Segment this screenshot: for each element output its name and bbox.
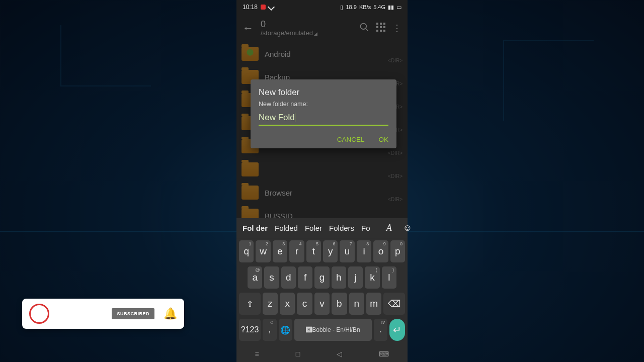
key[interactable]: m: [366, 293, 381, 315]
key[interactable]: e3: [273, 240, 287, 262]
key[interactable]: b: [332, 293, 347, 315]
key[interactable]: p0: [390, 240, 405, 262]
key[interactable]: q1: [239, 240, 254, 262]
key[interactable]: a@: [248, 266, 262, 289]
svg-rect-5: [376, 26, 378, 28]
key[interactable]: v: [314, 293, 330, 315]
shift-key[interactable]: ⇧: [239, 293, 261, 315]
edit-icon: [268, 4, 275, 11]
dialog-title: New folder: [259, 87, 388, 98]
subscribe-button[interactable]: SUBSCRIBED: [112, 308, 154, 319]
suggestion[interactable]: Folded: [275, 224, 298, 232]
key[interactable]: f: [298, 266, 312, 289]
svg-rect-2: [376, 23, 378, 25]
net-type: 5.4G: [373, 4, 385, 10]
suggestion-bar: Fol der Folded Foler Folders Fo A ☺: [236, 218, 408, 238]
suggestion[interactable]: Fol der: [243, 224, 268, 232]
key[interactable]: n: [349, 293, 364, 315]
search-icon[interactable]: [359, 22, 369, 35]
key[interactable]: w2: [256, 240, 270, 262]
key[interactable]: c: [297, 293, 312, 315]
key[interactable]: t5: [306, 240, 321, 262]
key[interactable]: d: [281, 266, 296, 289]
nav-bar: ≡ □ ◁ ⌨: [236, 346, 408, 362]
more-icon[interactable]: ⋮: [392, 23, 401, 34]
folder-icon: [242, 162, 259, 176]
comma-key[interactable]: ,☺: [263, 319, 277, 341]
key[interactable]: o9: [373, 240, 388, 262]
svg-rect-7: [383, 26, 385, 28]
dir-tag: <DIR>: [388, 197, 403, 202]
key[interactable]: l): [382, 266, 396, 289]
svg-rect-3: [380, 23, 382, 25]
key[interactable]: h: [332, 266, 346, 289]
home-icon[interactable]: □: [296, 350, 300, 358]
ok-button[interactable]: OK: [378, 136, 388, 143]
keyboard-hide-icon[interactable]: ⌨: [379, 350, 389, 358]
suggestion[interactable]: Fo: [361, 224, 370, 232]
folder-icon: [242, 47, 259, 61]
net-unit: KB/s: [359, 4, 371, 10]
svg-rect-4: [383, 23, 385, 25]
language-key[interactable]: 🌐: [279, 319, 293, 341]
key[interactable]: s: [264, 266, 279, 289]
key[interactable]: y6: [323, 240, 338, 262]
dialog-label: New folder name:: [259, 101, 388, 108]
status-bar: 10:18 ▯ 18.9 KB/s 5.4G ▮▮ ▭: [236, 0, 408, 14]
space-key[interactable]: 🅱 Bobble - En/Hi/Bn: [294, 319, 371, 341]
svg-rect-9: [380, 30, 382, 32]
key[interactable]: u7: [340, 240, 354, 262]
folder-icon: [242, 186, 259, 200]
list-item[interactable]: <DIR>: [236, 158, 408, 181]
emoji-icon[interactable]: ☺: [401, 223, 414, 233]
vibrate-icon: ▯: [340, 4, 343, 11]
key[interactable]: z: [263, 293, 278, 315]
breadcrumb[interactable]: /storage/emulated◢: [261, 30, 352, 37]
svg-point-0: [361, 23, 367, 29]
new-folder-dialog: New folder New folder name: New Fold CAN…: [251, 79, 396, 148]
back-nav-icon[interactable]: ◁: [337, 350, 342, 358]
backspace-key[interactable]: ⌫: [383, 293, 405, 315]
list-item[interactable]: Android <DIR>: [236, 42, 408, 65]
dir-tag: <DIR>: [388, 173, 403, 179]
signal-icon: ▮▮: [388, 4, 394, 11]
period-key[interactable]: .!?: [374, 319, 388, 341]
key[interactable]: k(: [365, 266, 379, 289]
symbols-key[interactable]: ?123: [239, 319, 261, 341]
record-icon: [261, 5, 266, 10]
suggestion[interactable]: Folders: [329, 224, 354, 232]
net-speed: 18.9: [346, 4, 356, 10]
clock: 10:18: [243, 4, 258, 11]
key[interactable]: x: [280, 293, 295, 315]
avatar: [29, 304, 49, 324]
dir-tag: <DIR>: [388, 150, 403, 156]
key[interactable]: j: [348, 266, 363, 289]
chevron-down-icon: ◢: [314, 31, 317, 36]
key[interactable]: i8: [357, 240, 371, 262]
key[interactable]: g: [314, 266, 329, 289]
svg-line-1: [366, 28, 368, 31]
app-bar: ← 0 /storage/emulated◢ ⋮: [236, 14, 408, 42]
grid-icon[interactable]: [376, 23, 385, 34]
suggestion[interactable]: Foler: [305, 224, 322, 232]
recent-apps-icon[interactable]: ≡: [255, 350, 259, 358]
cancel-button[interactable]: CANCEL: [337, 136, 365, 143]
key[interactable]: r4: [289, 240, 304, 262]
enter-key[interactable]: ↵: [389, 319, 405, 341]
svg-rect-6: [380, 26, 382, 28]
font-icon[interactable]: A: [384, 223, 394, 233]
list-item[interactable]: Browser <DIR>: [236, 181, 408, 204]
bell-icon[interactable]: 🔔: [164, 307, 177, 320]
subscribe-widget: SUBSCRIBED 🔔: [22, 299, 184, 329]
svg-rect-8: [376, 30, 378, 32]
svg-rect-10: [383, 30, 385, 32]
folder-name-input[interactable]: New Fold: [259, 113, 388, 126]
battery-icon: ▭: [396, 4, 401, 11]
dir-tag: <DIR>: [388, 58, 403, 63]
back-icon[interactable]: ←: [243, 22, 254, 35]
page-title: 0: [261, 19, 352, 30]
keyboard: Fol der Folded Foler Folders Fo A ☺ q1w2…: [236, 218, 408, 362]
